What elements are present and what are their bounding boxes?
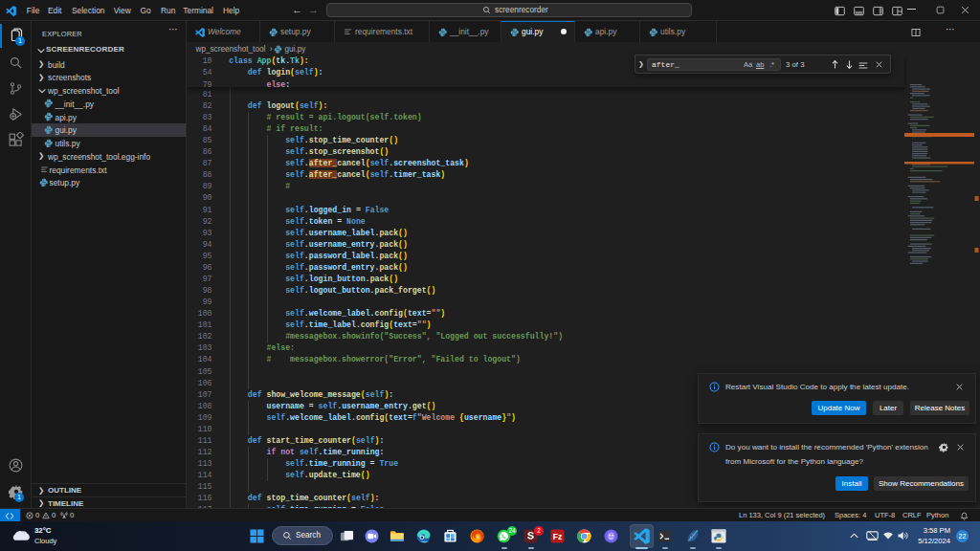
svg-text:Fz: Fz <box>553 532 562 541</box>
